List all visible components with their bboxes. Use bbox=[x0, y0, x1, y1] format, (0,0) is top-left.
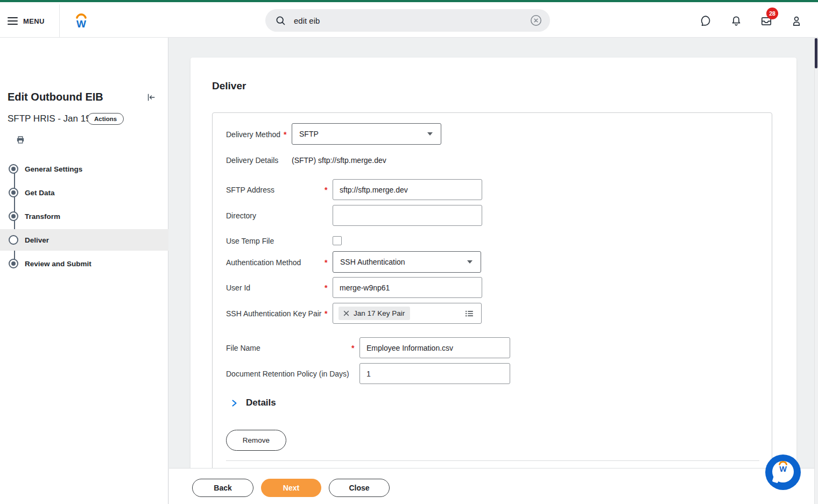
details-expander[interactable]: Details bbox=[230, 397, 276, 408]
close-button-label: Close bbox=[349, 484, 369, 492]
authentication-method-select[interactable]: SSH Authentication bbox=[333, 251, 481, 273]
bell-icon bbox=[730, 15, 743, 27]
step-indicator-completed bbox=[9, 164, 18, 174]
doc-retention-input[interactable] bbox=[359, 363, 510, 384]
search-icon bbox=[275, 15, 286, 26]
section-title: Deliver bbox=[212, 80, 246, 92]
panel-divider bbox=[226, 460, 759, 461]
delivery-method-select[interactable]: SFTP bbox=[292, 123, 441, 145]
back-button-label: Back bbox=[214, 484, 231, 492]
prompt-list-button[interactable] bbox=[464, 308, 475, 319]
global-search bbox=[265, 9, 550, 32]
remove-chip-icon[interactable] bbox=[343, 310, 349, 316]
step-label: Get Data bbox=[25, 189, 55, 197]
person-icon bbox=[790, 15, 803, 27]
page-title: Edit Outbound EIB bbox=[8, 91, 103, 103]
use-temp-file-label: Use Temp File bbox=[226, 237, 274, 245]
sidebar-step-review-and-submit[interactable]: Review and Submit bbox=[0, 253, 168, 274]
chevron-right-icon bbox=[230, 398, 239, 408]
required-marker: * bbox=[325, 309, 327, 318]
details-section-label: Details bbox=[246, 397, 276, 408]
step-indicator-completed bbox=[9, 188, 18, 197]
ssh-key-pair-multiselect[interactable]: Jan 17 Key Pair bbox=[333, 303, 482, 324]
step-label: Review and Submit bbox=[25, 260, 91, 268]
clear-search-icon[interactable] bbox=[530, 14, 542, 27]
notifications-button[interactable] bbox=[730, 15, 743, 27]
chat-bubble-icon bbox=[700, 15, 713, 27]
close-button[interactable]: Close bbox=[329, 479, 390, 497]
file-name-label: File Name bbox=[226, 344, 260, 352]
ssh-key-pair-label: SSH Authentication Key Pair bbox=[226, 309, 321, 318]
printer-icon bbox=[15, 134, 26, 145]
scrollbar-thumb[interactable] bbox=[815, 38, 817, 68]
workday-logo[interactable]: W bbox=[73, 10, 89, 30]
sidebar-step-transform[interactable]: Transform bbox=[0, 205, 168, 227]
svg-text:W: W bbox=[779, 465, 787, 473]
hamburger-icon bbox=[8, 17, 18, 25]
workday-assistant-icon: W bbox=[776, 458, 790, 473]
collapse-left-icon bbox=[146, 92, 157, 103]
task-sidebar: Edit Outbound EIB SFTP HRIS - Jan 19 Act… bbox=[0, 38, 168, 504]
sftp-address-input[interactable] bbox=[333, 179, 482, 200]
user-id-input[interactable] bbox=[333, 277, 482, 298]
task-subject: SFTP HRIS - Jan 19 bbox=[8, 113, 91, 124]
directory-input[interactable] bbox=[333, 205, 482, 226]
step-indicator-completed bbox=[9, 211, 18, 221]
scrollbar-track bbox=[814, 38, 818, 504]
authentication-method-value: SSH Authentication bbox=[340, 258, 405, 266]
deliver-step-card: Deliver Delivery Method * SFTP Delivery … bbox=[191, 58, 796, 504]
directory-label: Directory bbox=[226, 211, 256, 220]
required-marker: * bbox=[284, 130, 286, 139]
required-marker: * bbox=[325, 283, 327, 292]
step-indicator-completed bbox=[9, 259, 18, 268]
ssh-key-pair-chip: Jan 17 Key Pair bbox=[339, 307, 410, 320]
sftp-address-label: SFTP Address bbox=[226, 186, 274, 194]
step-label: Deliver bbox=[25, 236, 49, 244]
collapse-sidebar-button[interactable] bbox=[146, 92, 157, 103]
ssh-key-pair-chip-label: Jan 17 Key Pair bbox=[354, 309, 405, 317]
sidebar-step-deliver[interactable]: Deliver bbox=[0, 229, 168, 251]
delivery-method-value: SFTP bbox=[299, 130, 319, 138]
wizard-footer: Back Next Close bbox=[169, 468, 818, 504]
svg-text:W: W bbox=[76, 18, 86, 30]
chat-button[interactable] bbox=[700, 15, 713, 27]
list-icon bbox=[464, 308, 475, 319]
use-temp-file-checkbox[interactable] bbox=[333, 236, 342, 245]
chevron-down-icon bbox=[467, 260, 473, 264]
step-indicator-current bbox=[9, 235, 18, 245]
actions-button[interactable]: Actions bbox=[87, 113, 124, 125]
doc-retention-label: Document Retention Policy (in Days) bbox=[226, 370, 349, 378]
search-input[interactable] bbox=[293, 16, 530, 26]
remove-button-label: Remove bbox=[243, 436, 270, 444]
sidebar-step-general-settings[interactable]: General Settings bbox=[0, 158, 168, 180]
workday-logo-icon: W bbox=[73, 10, 89, 30]
print-button[interactable] bbox=[15, 134, 26, 145]
remove-button[interactable]: Remove bbox=[226, 430, 286, 451]
step-label: General Settings bbox=[25, 165, 82, 173]
top-bar: MENU W 28 bbox=[0, 2, 818, 38]
actions-label: Actions bbox=[94, 116, 117, 122]
required-marker: * bbox=[325, 258, 327, 267]
authentication-method-label: Authentication Method bbox=[226, 258, 301, 267]
profile-button[interactable] bbox=[790, 15, 803, 27]
user-id-label: User Id bbox=[226, 283, 250, 292]
delivery-details-value: (SFTP) sftp://sftp.merge.dev bbox=[292, 156, 386, 165]
required-marker: * bbox=[351, 344, 354, 352]
next-button-label: Next bbox=[283, 484, 299, 492]
sidebar-step-get-data[interactable]: Get Data bbox=[0, 182, 168, 203]
delivery-details-label: Delivery Details bbox=[226, 156, 278, 165]
topbar-divider bbox=[59, 4, 60, 39]
delivery-method-label: Delivery Method bbox=[226, 130, 280, 139]
next-button[interactable]: Next bbox=[261, 479, 321, 497]
delivery-settings-panel: Delivery Method * SFTP Delivery Details … bbox=[212, 112, 772, 500]
back-button[interactable]: Back bbox=[192, 479, 253, 497]
workday-assistant-button[interactable]: W bbox=[765, 455, 801, 490]
file-name-input[interactable] bbox=[359, 337, 510, 358]
required-marker: * bbox=[325, 186, 327, 194]
inbox-count-badge: 28 bbox=[766, 8, 778, 19]
chevron-down-icon bbox=[427, 132, 433, 136]
menu-label: MENU bbox=[23, 17, 45, 25]
step-label: Transform bbox=[25, 212, 60, 221]
menu-button[interactable]: MENU bbox=[8, 14, 55, 28]
